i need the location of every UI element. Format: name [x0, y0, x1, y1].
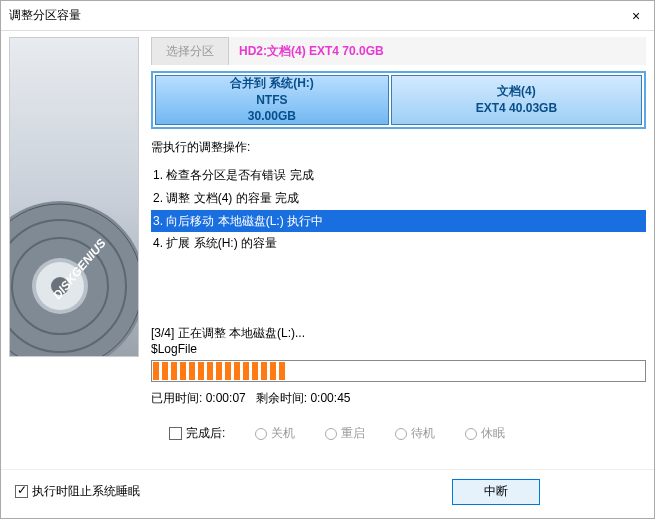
radio-icon [465, 428, 477, 440]
sidebar-image: DISKGENIUS [9, 37, 139, 357]
after-label: 完成后: [186, 425, 225, 442]
tab-row: 选择分区 HD2:文档(4) EXT4 70.0GB [151, 37, 646, 65]
radio-standby[interactable]: 待机 [395, 425, 435, 442]
partition-fs: NTFS [256, 92, 287, 109]
list-item: 4. 扩展 系统(H:) 的容量 [151, 232, 646, 255]
list-item-active: 3. 向后移动 本地磁盘(L:) 执行中 [151, 210, 646, 233]
partition-info: HD2:文档(4) EXT4 70.0GB [229, 43, 384, 60]
status-text: [3/4] 正在调整 本地磁盘(L:)... $LogFile [151, 325, 646, 356]
list-item: 2. 调整 文档(4) 的容量 完成 [151, 187, 646, 210]
operations-header: 需执行的调整操作: [151, 139, 646, 156]
progress-bar [151, 360, 646, 382]
footer: ✓ 执行时阻止系统睡眠 中断 [1, 469, 654, 513]
status-line: [3/4] 正在调整 本地磁盘(L:)... [151, 325, 646, 342]
partition-block-2[interactable]: 文档(4) EXT4 40.03GB [391, 75, 642, 125]
radio-label: 休眠 [481, 425, 505, 442]
status-file: $LogFile [151, 342, 646, 356]
main-area: DISKGENIUS 选择分区 HD2:文档(4) EXT4 70.0GB 合并… [1, 31, 654, 469]
after-checkbox[interactable]: 完成后: [169, 425, 225, 442]
checkbox-icon [169, 427, 182, 440]
radio-hibernate[interactable]: 休眠 [465, 425, 505, 442]
radio-icon [255, 428, 267, 440]
radio-label: 待机 [411, 425, 435, 442]
radio-icon [325, 428, 337, 440]
radio-icon [395, 428, 407, 440]
elapsed-value: 0:00:07 [206, 391, 246, 405]
partition-size: EXT4 40.03GB [476, 100, 557, 117]
partition-label: 合并到 系统(H:) [230, 75, 314, 92]
partition-block-1[interactable]: 合并到 系统(H:) NTFS 30.00GB [155, 75, 389, 125]
checkbox-icon: ✓ [15, 485, 28, 498]
close-icon[interactable]: × [626, 8, 646, 24]
prevent-sleep-checkbox[interactable]: ✓ 执行时阻止系统睡眠 [15, 483, 140, 500]
window-title: 调整分区容量 [9, 7, 626, 24]
radio-shutdown[interactable]: 关机 [255, 425, 295, 442]
time-row: 已用时间: 0:00:07 剩余时间: 0:00:45 [151, 390, 646, 407]
remain-value: 0:00:45 [310, 391, 350, 405]
after-complete-row: 完成后: 关机 重启 待机 休眠 [151, 425, 646, 442]
elapsed-label: 已用时间: [151, 391, 202, 405]
abort-button[interactable]: 中断 [452, 479, 540, 505]
radio-label: 重启 [341, 425, 365, 442]
right-pane: 选择分区 HD2:文档(4) EXT4 70.0GB 合并到 系统(H:) NT… [139, 37, 646, 469]
partition-size: 30.00GB [248, 108, 296, 125]
operations-list: 1. 检查各分区是否有错误 完成 2. 调整 文档(4) 的容量 完成 3. 向… [151, 164, 646, 255]
disk-layout-bar: 合并到 系统(H:) NTFS 30.00GB 文档(4) EXT4 40.03… [151, 71, 646, 129]
progress-fill [153, 362, 286, 380]
prevent-sleep-label: 执行时阻止系统睡眠 [32, 483, 140, 500]
radio-restart[interactable]: 重启 [325, 425, 365, 442]
partition-label: 文档(4) [497, 83, 536, 100]
remain-label: 剩余时间: [256, 391, 307, 405]
list-item: 1. 检查各分区是否有错误 完成 [151, 164, 646, 187]
titlebar: 调整分区容量 × [1, 1, 654, 31]
tab-select-partition[interactable]: 选择分区 [151, 37, 229, 65]
radio-label: 关机 [271, 425, 295, 442]
